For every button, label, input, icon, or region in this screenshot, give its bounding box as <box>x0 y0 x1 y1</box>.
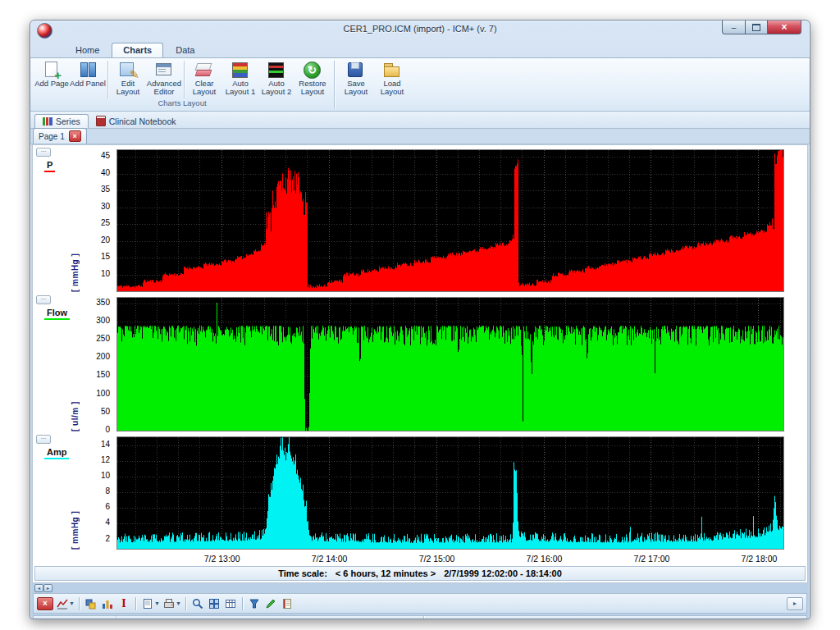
chart-options-icon <box>57 598 68 609</box>
panel-options-button[interactable]: ... <box>36 435 51 444</box>
y-axis-unit-label: [ mmHg ] <box>71 435 80 550</box>
close-icon[interactable]: × <box>69 130 81 142</box>
y-axis-ticks: 2468101214 <box>89 435 112 550</box>
tab-series[interactable]: Series <box>34 114 89 128</box>
tab-data[interactable]: Data <box>165 43 205 57</box>
axis-setup-button[interactable] <box>84 596 98 611</box>
titlebar[interactable]: CER1_PRO.ICM (import) - ICM+ (v. 7) – × <box>30 21 810 40</box>
y-tick-label: 6 <box>105 502 110 511</box>
y-tick-label: 20 <box>101 235 110 244</box>
statistics-button[interactable] <box>100 596 115 611</box>
status-cell-empty <box>34 616 116 619</box>
data-table-icon <box>225 598 236 609</box>
clear-layout-button[interactable]: Clear Layout <box>186 60 222 97</box>
x-tick-label: 7/2 14:00 <box>312 554 348 564</box>
auto-layout-1-icon <box>231 61 250 79</box>
ribbon: Add Page Add Panel Edit Layout Advanced … <box>30 58 810 112</box>
notebook-button[interactable] <box>280 596 294 611</box>
app-window: CER1_PRO.ICM (import) - ICM+ (v. 7) – × … <box>30 20 810 619</box>
tab-home[interactable]: Home <box>65 43 110 57</box>
x-axis-labels: 7/2 13:007/2 14:007/2 15:007/2 16:007/2 … <box>118 553 784 565</box>
add-page-icon <box>42 61 62 79</box>
delete-button[interactable]: × <box>37 597 53 610</box>
event-marker-button[interactable]: I <box>116 596 131 611</box>
x-tick-label: 7/2 17:00 <box>634 554 670 564</box>
y-tick-label: 200 <box>96 352 110 361</box>
restore-layout-icon <box>303 61 322 79</box>
auto-layout-2-button[interactable]: Auto Layout 2 <box>258 60 294 97</box>
y-tick-label: 45 <box>101 151 110 160</box>
tab-page-1[interactable]: Page 1 × <box>33 128 87 144</box>
ribbon-group-caption: Charts Layout <box>34 98 331 109</box>
chart-options-button[interactable] <box>55 596 70 611</box>
ribbon-button-label: Clear Layout <box>186 80 222 97</box>
series-label-p[interactable]: P <box>44 160 55 172</box>
arrange-panels-button[interactable] <box>207 596 221 611</box>
y-tick-label: 8 <box>105 486 110 495</box>
auto-layout-2-icon <box>267 61 286 79</box>
advanced-editor-button[interactable]: Advanced Editor <box>146 60 182 97</box>
data-table-button[interactable] <box>223 596 238 611</box>
plot-canvas-amp[interactable] <box>116 436 784 550</box>
ribbon-group-separator <box>334 61 335 109</box>
series-label-flow[interactable]: Flow <box>44 308 70 320</box>
ribbon-tab-strip: Home Charts Data <box>30 40 810 58</box>
close-button[interactable]: × <box>768 21 801 34</box>
maximize-icon <box>752 24 760 31</box>
tab-charts[interactable]: Charts <box>112 43 163 57</box>
series-label-amp[interactable]: Amp <box>44 447 69 459</box>
time-scale-value: < 6 hours, 12 minutes > <box>336 568 436 578</box>
add-panel-button[interactable]: Add Panel <box>70 60 106 88</box>
time-scale-range: 2/7/1999 12:02:00 - 18:14:00 <box>444 568 562 578</box>
zoom-button[interactable] <box>190 596 205 611</box>
panel-options-button[interactable]: ... <box>36 148 51 157</box>
plot-canvas-p[interactable] <box>116 149 784 292</box>
chart-panel-flow: ... Flow [ ul/m ] 050100150200250300350 <box>34 295 806 431</box>
add-page-button[interactable]: Add Page <box>34 60 70 88</box>
ribbon-group-caption-empty <box>338 97 410 107</box>
scroll-left-button[interactable]: ◂ <box>34 584 43 592</box>
chevron-down-icon[interactable]: ▼ <box>69 600 75 606</box>
y-tick-label: 100 <box>96 389 110 398</box>
axis-setup-icon <box>85 598 97 609</box>
y-tick-label: 0 <box>105 425 110 434</box>
minimize-button[interactable]: – <box>722 21 746 34</box>
restore-layout-button[interactable]: Restore Layout <box>294 60 331 97</box>
window-controls: – × <box>722 21 801 34</box>
chevron-down-icon[interactable]: ▼ <box>176 600 181 606</box>
annotate-button[interactable] <box>263 596 278 611</box>
y-tick-label: 10 <box>101 471 110 480</box>
y-tick-label: 12 <box>101 455 110 464</box>
y-tick-label: 250 <box>96 334 110 343</box>
scroll-right-button[interactable]: ▸ <box>43 584 52 592</box>
y-tick-label: 10 <box>101 269 110 278</box>
chart-panel-p: ... P [ mmHg ] 1015202530354045 <box>34 148 806 292</box>
panel-options-button[interactable]: ... <box>36 295 51 304</box>
load-layout-button[interactable]: Load Layout <box>374 60 410 97</box>
x-tick-label: 7/2 16:00 <box>527 554 563 564</box>
ribbon-button-label: Save Layout <box>338 80 374 97</box>
ribbon-group-save-load: Save Layout Load Layout <box>338 59 410 111</box>
chevron-down-icon[interactable]: ▼ <box>154 600 160 606</box>
edit-layout-button[interactable]: Edit Layout <box>110 60 146 97</box>
ribbon-button-label: Load Layout <box>374 80 410 97</box>
advanced-editor-icon <box>154 61 174 79</box>
event-marker-icon: I <box>121 598 126 609</box>
ribbon-button-label: Auto Layout 2 <box>258 80 294 97</box>
auto-layout-1-button[interactable]: Auto Layout 1 <box>222 60 258 97</box>
tab-clinical-notebook[interactable]: Clinical Notebook <box>89 114 184 128</box>
ribbon-group-charts-layout: Add Page Add Panel Edit Layout Advanced … <box>34 59 331 111</box>
save-layout-button[interactable]: Save Layout <box>338 60 374 97</box>
statistics-icon <box>102 598 113 609</box>
save-layout-icon <box>346 61 366 79</box>
plot-canvas-flow[interactable] <box>116 297 784 431</box>
snapshot-button[interactable] <box>162 596 176 611</box>
maximize-button[interactable] <box>746 21 768 34</box>
filter-button[interactable] <box>247 596 262 611</box>
annotate-icon <box>265 598 276 609</box>
y-tick-label: 150 <box>96 370 110 379</box>
ribbon-button-label: Auto Layout 1 <box>222 80 258 97</box>
x-tick-label: 7/2 15:00 <box>419 554 455 564</box>
export-button[interactable] <box>140 596 155 611</box>
toolbar-overflow-button[interactable]: ▸ <box>787 597 803 610</box>
